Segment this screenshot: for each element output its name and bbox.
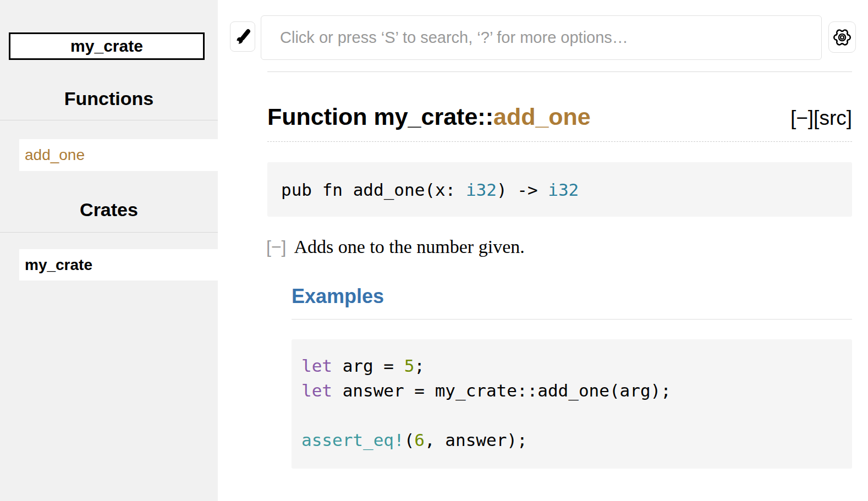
settings-button[interactable] <box>828 21 856 53</box>
code-text: , answer); <box>425 430 528 450</box>
code-text: answer = my_crate::add_one(arg); <box>332 381 671 400</box>
sidebar-divider <box>0 120 218 120</box>
code-number: 6 <box>414 430 425 450</box>
function-signature: pub fn add_one(x: i32) -> i32 <box>267 162 852 217</box>
gear-icon <box>831 26 854 49</box>
code-line: let answer = my_crate::add_one(arg); <box>301 378 852 403</box>
code-line-blank <box>301 403 852 428</box>
page-title-row: Function my_crate::add_one [−][src] <box>267 103 852 142</box>
sidebar-item-my-crate[interactable]: my_crate <box>19 249 218 280</box>
out-of-band: [−][src] <box>790 107 852 130</box>
code-keyword: let <box>301 356 332 376</box>
code-text: ; <box>414 356 425 376</box>
primitive-link-i32[interactable]: i32 <box>548 180 579 200</box>
theme-picker-button[interactable] <box>230 21 255 52</box>
code-line: assert_eq!(6, answer); <box>301 428 852 453</box>
search-divider <box>267 71 852 72</box>
example-code-block: let arg = 5;let answer = my_crate::add_o… <box>292 339 852 469</box>
doc-collapse-toggle[interactable]: [−] <box>266 237 286 257</box>
doc-summary: Adds one to the number given. <box>294 236 524 257</box>
code-line: let arg = 5; <box>301 354 852 378</box>
paintbrush-icon <box>233 27 252 46</box>
sidebar-heading-crates: Crates <box>0 199 218 221</box>
page-title: Function my_crate::add_one <box>267 103 591 130</box>
title-prefix: Function my_crate:: <box>267 103 493 130</box>
crate-title-box[interactable]: my_crate <box>9 32 205 60</box>
code-macro: assert_eq! <box>301 430 404 450</box>
examples-heading[interactable]: Examples <box>292 285 852 320</box>
sidebar-item-add-one[interactable]: add_one <box>19 139 218 171</box>
sidebar-heading-functions: Functions <box>0 88 218 109</box>
code-text: arg = <box>332 356 404 376</box>
crate-title: my_crate <box>70 37 143 56</box>
signature-arrow: ) -> <box>497 180 548 200</box>
primitive-link-i32[interactable]: i32 <box>466 180 497 200</box>
sidebar-item-label: add_one <box>25 146 85 164</box>
code-keyword: let <box>301 381 332 400</box>
src-link[interactable]: [src] <box>814 107 852 129</box>
docblock: [−] Adds one to the number given. <box>266 236 852 257</box>
sidebar-divider <box>0 232 218 233</box>
collapse-all-toggle[interactable]: [−] <box>790 107 814 129</box>
sidebar: my_crate Functions add_one Crates my_cra… <box>0 0 218 501</box>
sidebar-item-label: my_crate <box>25 256 92 274</box>
code-text: ( <box>404 430 415 450</box>
signature-lead: pub fn add_one(x: <box>281 180 466 200</box>
search-input[interactable] <box>261 15 822 60</box>
function-name: add_one <box>493 103 591 130</box>
code-number: 5 <box>404 356 415 376</box>
